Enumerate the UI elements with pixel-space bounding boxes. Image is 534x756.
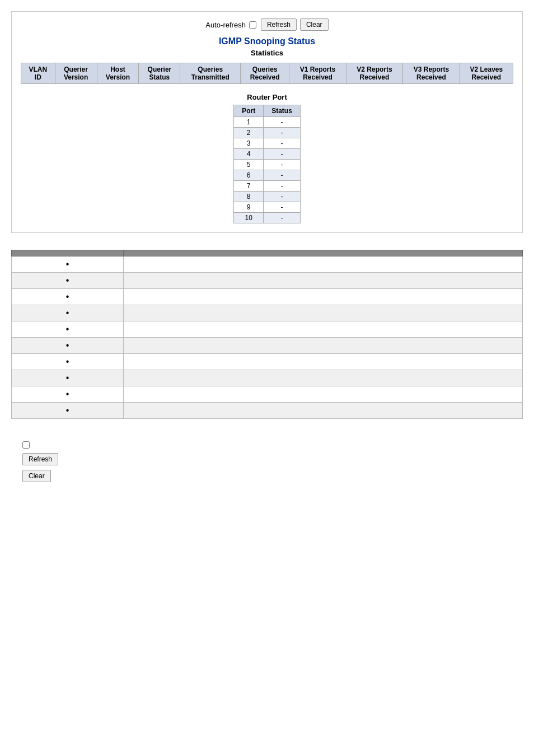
router-port-cell-status: - (264, 213, 301, 223)
router-port-cell-port: 6 (234, 170, 264, 181)
bottom-auto-refresh-checkbox[interactable] (22, 441, 30, 449)
second-table-col1: • (12, 321, 124, 338)
second-table-col2 (124, 386, 523, 403)
auto-refresh-checkbox[interactable] (249, 21, 256, 29)
second-table-col2 (124, 338, 523, 354)
panel-title: IGMP Snooping Status (21, 36, 513, 46)
second-table-col2 (124, 273, 523, 289)
second-table-col2 (124, 321, 523, 338)
router-port-cell-status: - (264, 170, 301, 181)
second-table-col1: • (12, 370, 124, 386)
second-table-col1: • (12, 289, 124, 305)
router-port-cell-status: - (264, 138, 301, 149)
bottom-clear-button[interactable]: Clear (22, 470, 51, 482)
bottom-auto-refresh-row (22, 441, 512, 449)
router-port-cell-port: 8 (234, 192, 264, 202)
router-port-table: Port Status 1-2-3-4-5-6-7-8-9-10- (233, 105, 301, 223)
router-port-cell-status: - (264, 160, 301, 170)
stats-col-queries-tx: QueriesTransmitted (180, 63, 241, 84)
stats-col-host-ver: HostVersion (97, 63, 139, 84)
stats-col-vlan: VLANID (21, 63, 55, 84)
second-table-col2 (124, 354, 523, 370)
second-table-col1: • (12, 386, 124, 403)
second-table-col2 (124, 256, 523, 273)
second-table-col1-header (12, 250, 124, 256)
router-port-cell-status: - (264, 149, 301, 160)
second-table-col2-header (124, 250, 523, 256)
second-table-col1: • (12, 273, 124, 289)
top-panel: Auto-refresh Refresh Clear IGMP Snooping… (11, 11, 523, 233)
auto-refresh-label: Auto-refresh (205, 21, 246, 29)
stats-col-v3-reports: V3 ReportsReceived (403, 63, 460, 84)
stats-col-v2-leaves: V2 LeavesReceived (460, 63, 513, 84)
stats-col-queries-rx: QueriesReceived (241, 63, 289, 84)
router-port-cell-port: 10 (234, 213, 264, 223)
router-port-cell-status: - (264, 202, 301, 213)
second-table-col1: • (12, 403, 124, 419)
router-port-cell-port: 5 (234, 160, 264, 170)
bottom-controls: Refresh Clear (11, 436, 523, 492)
router-port-title: Router Port (21, 93, 513, 101)
second-table-col1: • (12, 354, 124, 370)
router-port-col-port: Port (234, 105, 264, 117)
router-port-cell-status: - (264, 192, 301, 202)
bottom-clear-row: Clear (22, 470, 512, 482)
router-port-cell-status: - (264, 117, 301, 128)
stats-col-v1-reports: V1 ReportsReceived (289, 63, 346, 84)
toolbar: Auto-refresh Refresh Clear (21, 18, 513, 31)
router-port-cell-status: - (264, 128, 301, 138)
router-port-cell-port: 2 (234, 128, 264, 138)
second-table-col2 (124, 370, 523, 386)
stats-col-querier-ver: QuerierVersion (55, 63, 97, 84)
second-table: •••••••••• (11, 250, 523, 419)
router-port-col-status: Status (264, 105, 301, 117)
router-port-cell-port: 4 (234, 149, 264, 160)
panel-subtitle: Statistics (21, 49, 513, 57)
refresh-button[interactable]: Refresh (261, 18, 297, 31)
bottom-refresh-button[interactable]: Refresh (22, 453, 58, 465)
page-wrapper: Auto-refresh Refresh Clear IGMP Snooping… (0, 0, 534, 503)
second-section: •••••••••• (11, 250, 523, 419)
second-table-col1: • (12, 338, 124, 354)
router-port-cell-port: 3 (234, 138, 264, 149)
stats-table: VLANID QuerierVersion HostVersion Querie… (21, 63, 513, 84)
second-table-col1: • (12, 305, 124, 321)
router-port-cell-port: 1 (234, 117, 264, 128)
router-port-cell-port: 7 (234, 181, 264, 192)
second-table-col2 (124, 289, 523, 305)
second-table-col1: • (12, 256, 124, 273)
stats-col-querier-status: QuerierStatus (139, 63, 180, 84)
clear-button[interactable]: Clear (300, 18, 329, 31)
stats-col-v2-reports: V2 ReportsReceived (346, 63, 402, 84)
router-port-cell-port: 9 (234, 202, 264, 213)
second-table-col2 (124, 403, 523, 419)
bottom-refresh-row: Refresh (22, 453, 512, 465)
router-port-cell-status: - (264, 181, 301, 192)
second-table-col2 (124, 305, 523, 321)
